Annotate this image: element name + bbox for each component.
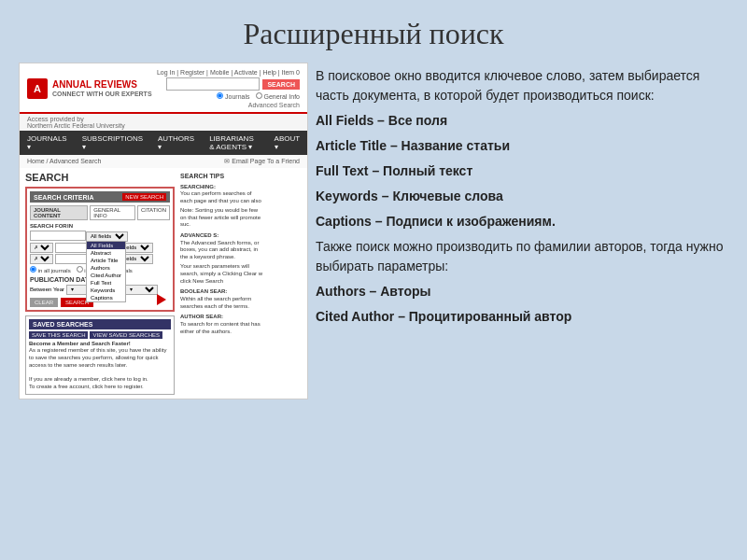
ar-search-row: SEARCH <box>166 77 300 91</box>
tab-citation[interactable]: CITATION <box>137 205 170 220</box>
tips-text-1: You can perform searches of each page an… <box>180 190 264 205</box>
tabs-row: JOURNAL CONTENT GENERAL INFO CITATION <box>30 205 170 220</box>
and-select-2[interactable]: ANDORNOT <box>30 254 53 264</box>
field-keywords: Keywords – Ключевые слова <box>316 187 728 206</box>
saved-searches-box: SAVED SEARCHES SAVE THIS SEARCH VIEW SAV… <box>25 315 175 396</box>
dropdown-overlay: All fields Abstract Article Title Author… <box>86 231 128 242</box>
and-select-1[interactable]: ANDORNOT <box>30 243 53 253</box>
ar-access-text: Access provided by Northern Arctic Feder… <box>27 116 125 129</box>
field-article-title: Article Title – Название статьи <box>316 136 728 156</box>
field-authors: Authors – Авторы <box>316 282 728 301</box>
explanation-intro: В поисковое окно вводится ключевое слово… <box>316 66 728 105</box>
ar-search-input[interactable] <box>166 77 260 91</box>
ar-advanced-link[interactable]: Advanced Search <box>248 102 300 108</box>
search-title: SEARCH <box>25 172 175 183</box>
ar-logo-box: A <box>27 78 48 99</box>
dropdown-list: All Fields Abstract Article Title Author… <box>86 241 126 302</box>
breadcrumb-email[interactable]: ✉ Email Page To a Friend <box>224 158 300 165</box>
nav-authors[interactable]: AUTHORS ▾ <box>150 131 202 155</box>
ar-top-links: Log In | Register | Mobile | Activate | … <box>157 69 300 76</box>
saved-searches-title: SAVED SEARCHES <box>29 319 171 329</box>
nav-journals[interactable]: JOURNALS ▾ <box>20 131 75 155</box>
breadcrumb-path: Home / Advanced Search <box>27 158 101 165</box>
tab-journal-content[interactable]: JOURNAL CONTENT <box>30 205 88 220</box>
ar-access-bar: Access provided by Northern Arctic Feder… <box>20 114 307 131</box>
criteria-box: SEARCH CRITERIA NEW SEARCH JOURNAL CONTE… <box>25 187 175 312</box>
field-cited-author: Cited Author – Процитированный автор <box>316 307 728 327</box>
saved-btns: SAVE THIS SEARCH VIEW SAVED SEARCHES <box>29 331 171 339</box>
screenshot-panel: A ANNUAL REVIEWS CONNECT WITH OUR EXPERT… <box>19 63 308 399</box>
search-for-row-input-1: All fields Abstract Article Title Author… <box>30 231 170 242</box>
ar-nav: JOURNALS ▾ SUBSCRIPTIONS ▾ AUTHORS ▾ LIB… <box>20 131 307 155</box>
ar-radio-row: Journals General Info <box>217 92 300 100</box>
criteria-title: SEARCH CRITERIA NEW SEARCH <box>30 191 170 203</box>
ar-right-panel: SEARCH TIPS SEARCHING: You can perform s… <box>180 172 264 395</box>
tab-general-info[interactable]: GENERAL INFO <box>90 205 135 220</box>
explanation-also: Также поиск можно производить по фамилии… <box>316 237 728 276</box>
new-search-button[interactable]: NEW SEARCH <box>122 193 166 201</box>
explanation-panel: В поисковое окно вводится ключевое слово… <box>316 63 728 399</box>
in-label: IN <box>67 223 81 229</box>
page-title: Расширенный поиск <box>0 0 747 63</box>
tips-note: Note: Sorting you would be few on that f… <box>180 207 264 229</box>
nav-about[interactable]: ABOUT ▾ <box>267 131 307 155</box>
search-for-label: SEARCH FOR <box>30 223 67 229</box>
nav-subscriptions[interactable]: SUBSCRIPTIONS ▾ <box>75 131 150 155</box>
ar-search-area: SEARCH SEARCH CRITERIA NEW SEARCH JOURNA… <box>20 168 307 399</box>
field-all-fields: All Fields – Все поля <box>316 111 728 131</box>
radio-all-journals[interactable]: in all journals <box>30 266 71 273</box>
ar-header: A ANNUAL REVIEWS CONNECT WITH OUR EXPERT… <box>20 63 307 114</box>
search-input-1[interactable] <box>30 231 86 241</box>
nav-librarians[interactable]: LIBRARIANS & AGENTS ▾ <box>202 131 266 155</box>
save-this-search-button[interactable]: SAVE THIS SEARCH <box>29 331 88 339</box>
view-saved-searches-button[interactable]: VIEW SAVED SEARCHES <box>90 331 162 339</box>
ar-breadcrumb: Home / Advanced Search ✉ Email Page To a… <box>20 155 307 168</box>
search-for-row-1: SEARCH FOR IN <box>30 223 170 229</box>
ar-search-button[interactable]: SEARCH <box>262 79 300 90</box>
saved-text: Become a Member and Search Faster! As a … <box>29 341 171 392</box>
tips-author: To search for m content that has either … <box>180 321 264 336</box>
year-to-select[interactable]: ▾ <box>125 285 158 295</box>
tips-save: Your search parameters will search, simp… <box>180 263 264 285</box>
tips-panel: SEARCH TIPS SEARCHING: You can perform s… <box>180 172 264 335</box>
tips-title: SEARCH TIPS <box>180 172 264 181</box>
ar-left-panel: SEARCH SEARCH CRITERIA NEW SEARCH JOURNA… <box>25 172 175 395</box>
field-captions: Captions – Подписи к изображениям. <box>316 212 728 231</box>
ar-header-right: Log In | Register | Mobile | Activate | … <box>157 69 300 108</box>
ar-logo: A ANNUAL REVIEWS CONNECT WITH OUR EXPERT… <box>27 78 152 99</box>
red-arrow-icon <box>157 294 166 305</box>
fields-select-1[interactable]: All fields Abstract Article Title Author… <box>86 231 128 242</box>
field-full-text: Full Text – Полный текст <box>316 161 728 181</box>
tips-advanced: The Advanced Search forms, or boxes, you… <box>180 240 264 261</box>
clear-button[interactable]: CLEAR <box>30 298 58 307</box>
ar-logo-text: ANNUAL REVIEWS CONNECT WITH OUR EXPERTS <box>52 79 152 98</box>
tips-boolean: Within all the search perform searches e… <box>180 296 264 311</box>
